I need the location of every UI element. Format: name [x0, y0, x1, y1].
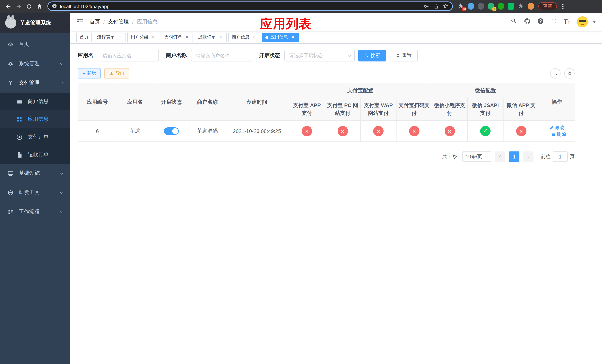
col-header-name: 应用名 [117, 83, 153, 120]
forward-icon[interactable] [13, 1, 24, 11]
extension-puzzle-icon[interactable]: 10 [457, 3, 465, 10]
goto-unit-label: 页 [570, 153, 575, 160]
tab-refund-order[interactable]: 退款订单 × [195, 32, 226, 42]
status-switch[interactable] [164, 127, 179, 135]
col-header-created: 创建时间 [225, 83, 289, 120]
sidebar-item-pay-order[interactable]: 支付订单 [0, 128, 70, 146]
workflow-icon [7, 209, 14, 215]
gear-icon [7, 61, 14, 67]
status-select[interactable]: 请选择开启状态 [284, 50, 355, 62]
browser-menu-icon[interactable] [560, 4, 566, 9]
bookmark-star-icon[interactable] [443, 4, 448, 9]
merchant-name-label: 商户名称 [166, 52, 187, 59]
close-icon[interactable]: × [184, 35, 190, 40]
edit-button[interactable]: 修改 [549, 124, 564, 131]
back-icon[interactable] [3, 1, 13, 11]
page-size-select[interactable]: 10条/页 [462, 151, 491, 162]
sidebar-item-label: 商户信息 [28, 98, 49, 105]
sidebar-item-infrastructure[interactable]: 基础设施 [0, 164, 70, 183]
goto-page-input[interactable] [553, 151, 568, 162]
sidebar-item-merchant-info[interactable]: 商户信息 [0, 93, 70, 110]
fullscreen-icon[interactable] [550, 18, 557, 26]
tab-label: 商户信息 [232, 34, 249, 40]
refresh-table-button[interactable] [564, 68, 575, 78]
sidebar-item-system[interactable]: 系统管理 [0, 54, 70, 73]
sidebar-item-refund-order[interactable]: 退款订单 [0, 146, 70, 164]
breadcrumb-item[interactable]: 支付管理 [108, 19, 129, 25]
close-icon[interactable]: × [290, 35, 295, 40]
extension-green-badged-icon[interactable]: 1 [487, 3, 495, 10]
page-size-value: 10条/页 [466, 153, 482, 160]
delete-button[interactable]: 删除 [551, 131, 566, 138]
search-button[interactable]: 搜索 [358, 50, 386, 62]
tab-merchant-info[interactable]: 商户信息 × [228, 32, 260, 42]
extension-green-icon[interactable] [497, 3, 505, 10]
sidebar-item-payment[interactable]: ¥ 支付管理 [0, 73, 70, 93]
sidebar-logo-row[interactable]: 芋道管理系统 [0, 13, 70, 33]
app-name-input[interactable] [98, 50, 159, 62]
tab-home[interactable]: 首页 [76, 32, 92, 42]
extensions-area: 10 1 [457, 3, 535, 10]
col-header-alipay-wap: 支付宝 WAP 网站支付 [360, 98, 396, 120]
tab-pay-order[interactable]: 支付订单 × [161, 32, 193, 42]
home-icon[interactable] [34, 1, 44, 11]
sidebar-item-dev-tools[interactable]: 研发工具 [0, 183, 70, 202]
app-name-label: 应用名 [78, 52, 93, 59]
extension-blue-icon[interactable] [467, 3, 475, 10]
close-icon[interactable]: × [218, 35, 223, 40]
font-size-icon[interactable]: TT [564, 18, 570, 26]
sidebar-item-app-info[interactable]: 应用信息 [0, 110, 70, 128]
browser-update-button[interactable]: 更新 [538, 2, 557, 10]
breadcrumb-item[interactable]: 首页 [90, 19, 100, 25]
url-bar[interactable]: localhost:1024/pay/app [47, 1, 453, 11]
chevron-down-icon [60, 209, 64, 213]
export-button[interactable]: 导出 [104, 68, 129, 78]
tab-label: 首页 [80, 34, 88, 40]
breadcrumb: 首页 / 支付管理 / 应用信息 [90, 19, 158, 25]
github-icon[interactable] [524, 18, 531, 26]
sidebar-toggle-icon[interactable] [76, 17, 84, 26]
page-number-button[interactable]: 1 [509, 151, 519, 162]
download-icon [109, 71, 114, 75]
site-info-icon[interactable] [52, 3, 57, 10]
extension-dark-icon[interactable] [477, 3, 485, 10]
close-icon[interactable]: × [117, 35, 122, 40]
password-key-icon[interactable] [424, 4, 429, 9]
tab-label: 退款订单 [198, 34, 216, 40]
search-icon[interactable] [511, 18, 517, 26]
sidebar-item-home[interactable]: 首页 [0, 35, 70, 54]
prev-page-button[interactable] [495, 151, 505, 162]
next-page-button[interactable] [523, 151, 534, 162]
close-icon[interactable]: × [252, 35, 257, 40]
help-icon[interactable] [537, 18, 544, 26]
avatar-caret-icon[interactable] [592, 21, 596, 23]
col-header-alipay-app: 支付宝 APP 支付 [289, 98, 325, 120]
tab-label: 用户分组 [131, 34, 149, 40]
cell-name: 芋道 [117, 120, 153, 142]
chevron-down-icon [347, 53, 351, 57]
merchant-name-input[interactable] [191, 50, 252, 62]
add-button[interactable]: + 新增 [78, 68, 101, 78]
extension-badge: 1 [492, 7, 496, 11]
table-toolbar: + 新增 导出 [78, 68, 575, 78]
url-text[interactable]: localhost:1024/pay/app [60, 3, 419, 9]
extension-dark-puzzle-icon[interactable] [517, 3, 525, 10]
col-header-wechat-app: 微信 APP 支付 [503, 98, 539, 120]
tab-app-info[interactable]: 应用信息 × [262, 32, 299, 42]
share-icon[interactable] [434, 4, 439, 9]
tags-view: 首页 流程表单 × 用户分组 × 支付订单 × 退款订单 × [70, 31, 602, 44]
extension-chat-icon[interactable] [507, 3, 515, 10]
avatar[interactable] [577, 16, 588, 27]
tab-user-group[interactable]: 用户分组 × [127, 32, 159, 42]
tab-process-form[interactable]: 流程表单 × [94, 32, 126, 42]
close-icon[interactable]: × [151, 35, 156, 40]
app-logo [5, 17, 16, 29]
toggle-search-button[interactable] [550, 68, 560, 78]
reset-button[interactable]: 重置 [390, 50, 418, 62]
search-icon [553, 71, 558, 76]
reload-icon[interactable] [24, 1, 34, 11]
status-label: 开启状态 [259, 52, 280, 59]
yen-icon: ¥ [7, 80, 14, 86]
profile-avatar-icon[interactable] [527, 3, 535, 10]
sidebar-item-workflow[interactable]: 工作流程 [0, 202, 70, 221]
